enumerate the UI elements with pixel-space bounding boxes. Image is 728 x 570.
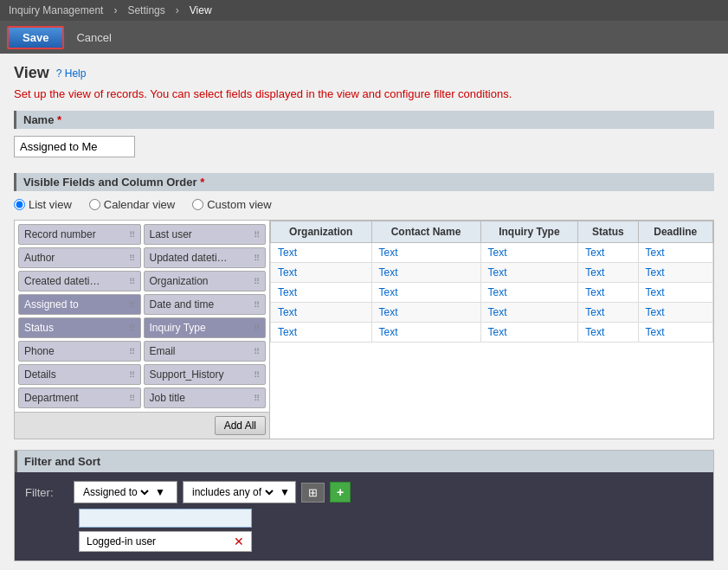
- drag-handle-icon: ⠿: [254, 277, 260, 286]
- drag-handle-icon: ⠿: [254, 253, 260, 263]
- drag-handle-icon: ⠿: [254, 230, 260, 240]
- field-item-label: Phone: [24, 345, 55, 357]
- filter-text-input[interactable]: [79, 509, 252, 528]
- table-row: TextTextTextTextText: [271, 263, 713, 283]
- filter-operator-select[interactable]: includes any of: [189, 485, 276, 499]
- radio-custom-view[interactable]: Custom view: [192, 198, 271, 211]
- save-button[interactable]: Save: [7, 26, 64, 49]
- field-item[interactable]: Department⠿: [18, 387, 141, 408]
- cancel-button[interactable]: Cancel: [69, 28, 118, 48]
- drag-handle-icon: ⠿: [129, 300, 135, 310]
- field-item[interactable]: Support_History⠿: [144, 364, 267, 385]
- filter-label: Filter:: [25, 481, 68, 499]
- page-title-row: View ? Help: [14, 64, 714, 82]
- table-cell: Text: [371, 263, 480, 283]
- view-type-radio-group: List view Calendar view Custom view: [14, 198, 714, 211]
- drag-handle-icon: ⠿: [254, 347, 260, 356]
- drag-handle-icon: ⠿: [254, 323, 260, 333]
- nav-view[interactable]: View: [190, 4, 212, 16]
- table-cell: Text: [480, 243, 578, 263]
- field-item[interactable]: Phone⠿: [18, 341, 141, 362]
- field-item[interactable]: Inquiry Type⠿: [144, 317, 267, 338]
- help-link[interactable]: ? Help: [56, 67, 87, 80]
- filter-section-header: Filter and Sort: [15, 451, 713, 472]
- field-grid: Record number⠿Last user⠿Author⠿Updated d…: [18, 224, 266, 408]
- table-cell: Text: [271, 283, 372, 303]
- page-title: View: [14, 64, 49, 82]
- radio-calendar-view[interactable]: Calendar view: [89, 198, 175, 211]
- field-item-label: Job title: [150, 392, 185, 404]
- name-input[interactable]: [14, 136, 135, 157]
- table-cell: Text: [271, 303, 372, 323]
- dropdown-arrow-icon2: ▼: [280, 486, 290, 498]
- field-item-label: Updated dateti…: [150, 252, 228, 264]
- table-cell: Text: [480, 283, 578, 303]
- filter-add-button[interactable]: +: [330, 482, 351, 503]
- table-cell: Text: [271, 323, 372, 343]
- drag-handle-icon: ⠿: [129, 370, 135, 380]
- table-cell: Text: [638, 283, 712, 303]
- radio-custom-view-input[interactable]: [192, 199, 203, 210]
- dropdown-arrow-icon: ▼: [155, 486, 165, 498]
- field-item[interactable]: Record number⠿: [18, 224, 141, 245]
- top-navigation: Inquiry Management › Settings › View: [0, 0, 728, 21]
- field-item[interactable]: Updated dateti…⠿: [144, 247, 267, 268]
- table-cell: Text: [578, 263, 638, 283]
- field-item-label: Created dateti…: [24, 275, 100, 287]
- main-content: View ? Help Set up the view of records. …: [0, 54, 728, 570]
- field-item[interactable]: Created dateti…⠿: [18, 271, 141, 291]
- preview-table-header: Inquiry Type: [480, 221, 578, 243]
- drag-handle-icon: ⠿: [129, 323, 135, 333]
- field-item[interactable]: Organization⠿: [144, 271, 267, 291]
- radio-list-view[interactable]: List view: [14, 198, 72, 211]
- filter-icon-button[interactable]: ⊞: [301, 483, 325, 503]
- nav-settings[interactable]: Settings: [127, 4, 164, 16]
- filter-controls: Assigned to ▼ includes any of ▼ ⊞ +: [74, 481, 351, 552]
- filter-body: Filter: Assigned to ▼ includes any of: [15, 472, 713, 560]
- field-item-label: Details: [24, 368, 56, 381]
- filter-assigned-to-dropdown[interactable]: Assigned to ▼: [74, 481, 177, 503]
- table-cell: Text: [578, 303, 638, 323]
- field-item-label: Inquiry Type: [150, 322, 206, 334]
- field-item[interactable]: Last user⠿: [144, 224, 267, 245]
- add-all-button[interactable]: Add All: [215, 416, 266, 435]
- visible-fields-header: Visible Fields and Column Order *: [14, 173, 714, 191]
- field-item[interactable]: Author⠿: [18, 247, 141, 268]
- drag-handle-icon: ⠿: [129, 230, 135, 240]
- filter-suggestion[interactable]: Logged-in user ✕: [79, 531, 252, 552]
- drag-handle-icon: ⠿: [254, 394, 260, 403]
- field-item[interactable]: Details⠿: [18, 364, 141, 385]
- table-cell: Text: [578, 283, 638, 303]
- table-cell: Text: [638, 243, 712, 263]
- field-item-label: Organization: [150, 275, 209, 287]
- filter-field-select[interactable]: Assigned to: [80, 485, 151, 499]
- field-item[interactable]: Status⠿: [18, 317, 141, 338]
- filter-suggestion-remove[interactable]: ✕: [234, 535, 244, 548]
- field-item[interactable]: Date and time⠿: [144, 294, 267, 315]
- table-cell: Text: [638, 303, 712, 323]
- field-item-label: Status: [24, 322, 54, 334]
- radio-calendar-view-input[interactable]: [89, 199, 100, 210]
- visible-fields-star: *: [200, 176, 204, 189]
- radio-list-view-input[interactable]: [14, 199, 25, 210]
- field-item[interactable]: Assigned to⠿: [18, 294, 141, 315]
- preview-table-header: Status: [578, 221, 638, 243]
- filter-includes-any-dropdown[interactable]: includes any of ▼: [183, 481, 296, 503]
- preview-table-header: Deadline: [638, 221, 712, 243]
- drag-handle-icon: ⠿: [254, 300, 260, 310]
- table-cell: Text: [371, 283, 480, 303]
- table-cell: Text: [638, 263, 712, 283]
- field-item-label: Date and time: [150, 298, 215, 311]
- filter-row: Filter: Assigned to ▼ includes any of: [25, 481, 703, 552]
- drag-handle-icon: ⠿: [129, 394, 135, 403]
- nav-inquiry-management[interactable]: Inquiry Management: [9, 4, 103, 16]
- table-cell: Text: [271, 243, 372, 263]
- field-list-scroll[interactable]: Record number⠿Last user⠿Author⠿Updated d…: [15, 221, 269, 412]
- drag-handle-icon: ⠿: [129, 253, 135, 263]
- page-description: Set up the view of records. You can sele…: [14, 87, 714, 100]
- table-cell: Text: [578, 243, 638, 263]
- radio-calendar-view-label: Calendar view: [104, 198, 175, 211]
- field-item[interactable]: Email⠿: [144, 341, 267, 362]
- field-item[interactable]: Job title⠿: [144, 387, 267, 408]
- filter-input-area: Logged-in user ✕: [79, 509, 351, 552]
